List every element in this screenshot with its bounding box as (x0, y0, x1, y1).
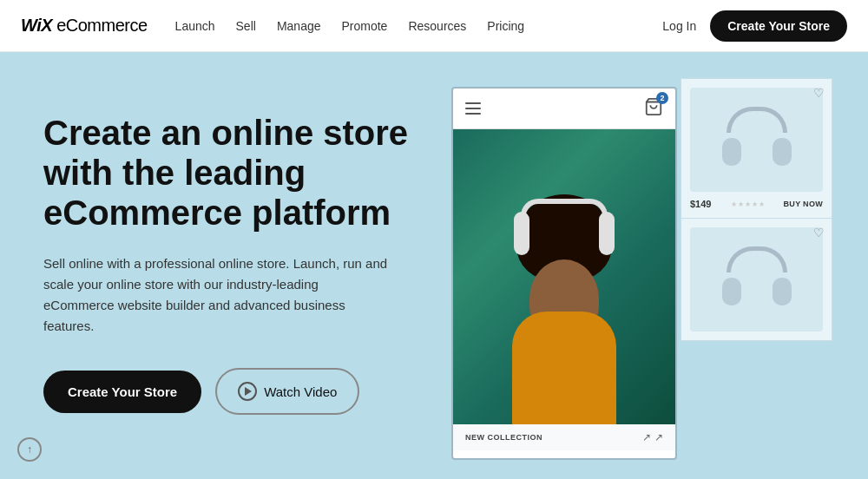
arrow-icons: ↗ ↗ (642, 431, 663, 443)
product-info-1: $149 ★ ★ ★ ★ ★ BUY NOW (690, 199, 823, 209)
phone-header: 2 (453, 89, 675, 129)
hc-band-2 (727, 246, 787, 272)
woman-body (512, 312, 616, 424)
watch-video-label: Watch Video (264, 384, 337, 399)
nav-cta-button[interactable]: Create Your Store (710, 10, 847, 42)
star-5: ★ (759, 200, 765, 208)
hamburger-icon (465, 102, 481, 115)
hero-right: 2 NEW COLLECTION ↗ ↗ (451, 69, 868, 477)
product-price-1: $149 (690, 199, 711, 209)
hero-buttons: Create Your Store Watch Video (43, 368, 425, 415)
logo: WiX eCommerce (21, 16, 148, 36)
hero-left: Create an online store with the leading … (43, 104, 425, 415)
hero-section: Create an online store with the leading … (0, 52, 868, 479)
ham-line-1 (465, 102, 481, 104)
collection-label: NEW COLLECTION (465, 433, 542, 442)
headphone-illustration-2 (718, 245, 796, 314)
nav-links: Launch Sell Manage Promote Resources Pri… (175, 19, 663, 33)
ham-line-2 (465, 108, 481, 109)
phone-mockup: 2 NEW COLLECTION ↗ ↗ (451, 87, 677, 460)
ham-line-3 (465, 113, 481, 115)
hero-subtitle: Sell online with a professional online s… (43, 253, 391, 337)
wishlist-icon-1[interactable]: ♡ (813, 86, 825, 100)
headphone-right-ear (599, 212, 615, 255)
headphone-band (521, 199, 608, 216)
buy-now-button-1[interactable]: BUY NOW (784, 200, 823, 208)
scroll-up-icon: ↑ (27, 443, 32, 456)
nav-item-pricing[interactable]: Pricing (487, 19, 524, 33)
play-icon (238, 382, 257, 401)
star-1: ★ (731, 200, 737, 208)
hc-left-2 (722, 278, 741, 305)
product-image-2 (690, 227, 823, 331)
star-2: ★ (738, 200, 744, 208)
watch-video-button[interactable]: Watch Video (215, 368, 359, 415)
product-stars-1: ★ ★ ★ ★ ★ (731, 200, 765, 208)
play-triangle-icon (245, 387, 252, 396)
headphone-left-ear (514, 212, 529, 255)
wishlist-icon-2[interactable]: ♡ (813, 226, 825, 240)
arrow-up-right-icon: ↗ (642, 431, 651, 443)
hero-title: Create an online store with the leading … (43, 113, 425, 233)
product-cards: ♡ $149 ★ ★ ★ ★ ★ (681, 78, 832, 477)
product-image-1 (690, 88, 823, 192)
arrow-up-right-icon-2: ↗ (654, 431, 663, 443)
cart-badge: 2 (656, 92, 668, 104)
nav-item-promote[interactable]: Promote (341, 19, 387, 33)
logo-ecommerce-text: eCommerce (52, 16, 147, 35)
star-4: ★ (752, 200, 758, 208)
headphone-illustration-1 (718, 105, 796, 174)
nav-item-resources[interactable]: Resources (408, 19, 466, 33)
product-card-1: ♡ $149 ★ ★ ★ ★ ★ (681, 78, 832, 218)
product-card-2: ♡ (681, 218, 832, 341)
hc-right-1 (773, 138, 792, 166)
cart-icon-wrap: 2 (644, 97, 663, 120)
hc-right-2 (773, 278, 792, 305)
login-button[interactable]: Log In (662, 19, 696, 33)
nav-item-manage[interactable]: Manage (277, 19, 321, 33)
nav-right: Log In Create Your Store (662, 10, 847, 42)
nav-item-sell[interactable]: Sell (236, 19, 256, 33)
star-3: ★ (745, 200, 751, 208)
nav-item-launch[interactable]: Launch (175, 19, 215, 33)
logo-wix-text: WiX (21, 16, 52, 35)
hero-cta-button[interactable]: Create Your Store (43, 371, 201, 413)
hc-band-1 (727, 107, 787, 133)
scroll-indicator[interactable]: ↑ (17, 437, 42, 462)
phone-footer: NEW COLLECTION ↗ ↗ (453, 424, 675, 450)
navbar: WiX eCommerce Launch Sell Manage Promote… (0, 0, 868, 52)
hc-left-1 (722, 138, 741, 166)
phone-hero-image (453, 129, 675, 424)
